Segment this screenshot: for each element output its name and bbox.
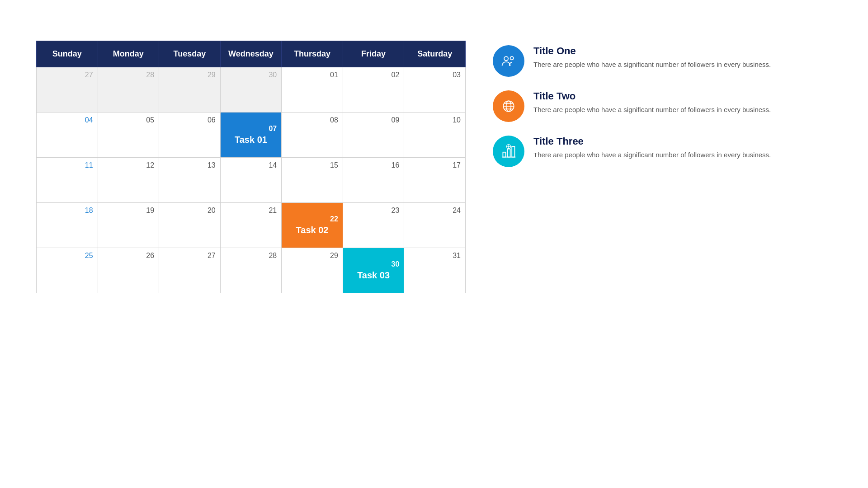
calendar-cell: 05: [98, 113, 159, 158]
svg-point-1: [510, 56, 514, 60]
sidebar-text-2: Title Two There are people who have a si…: [533, 90, 832, 115]
calendar-cell: 30Task 03: [343, 248, 404, 293]
calendar-cell: 29: [159, 67, 221, 113]
task-label: Task 02: [286, 225, 338, 235]
people-icon: [493, 45, 524, 77]
calendar-row: 252627282930Task 0331: [37, 248, 466, 293]
calendar-cell: 28: [98, 67, 159, 113]
calendar-cell: 22Task 02: [282, 203, 343, 248]
task-date: 22: [286, 215, 338, 223]
calendar-cell: 31: [404, 248, 466, 293]
sidebar-item-3: Title Three There are people who have a …: [493, 136, 832, 167]
header-friday: Friday: [343, 41, 404, 67]
calendar-cell: 02: [343, 67, 404, 113]
header-wednesday: Wednesday: [220, 41, 282, 67]
calendar-cell: 30: [220, 67, 282, 113]
calendar-cell: 23: [343, 203, 404, 248]
calendar-table: Sunday Monday Tuesday Wednesday Thursday…: [36, 41, 466, 293]
header-tuesday: Tuesday: [159, 41, 221, 67]
calendar-cell: 16: [343, 158, 404, 203]
content-row: Sunday Monday Tuesday Wednesday Thursday…: [36, 41, 832, 293]
calendar-cell: 21: [220, 203, 282, 248]
calendar-cell: 10: [404, 113, 466, 158]
sidebar-desc-3: There are people who have a significant …: [533, 150, 832, 160]
calendar-cell: 28: [220, 248, 282, 293]
calendar-cell: 19: [98, 203, 159, 248]
calendar-cell: 27: [37, 67, 98, 113]
calendar-cell: 26: [98, 248, 159, 293]
chart-icon: [493, 136, 524, 167]
svg-rect-7: [503, 152, 505, 157]
header-thursday: Thursday: [282, 41, 343, 67]
sidebar-title-2: Title Two: [533, 90, 832, 102]
calendar-header-row: Sunday Monday Tuesday Wednesday Thursday…: [37, 41, 466, 67]
calendar-row: 27282930010203: [37, 67, 466, 113]
sidebar-desc-2: There are people who have a significant …: [533, 105, 832, 115]
calendar-cell: 25: [37, 248, 98, 293]
calendar-cell: 18: [37, 203, 98, 248]
svg-rect-9: [512, 146, 514, 157]
sidebar-title-1: Title One: [533, 45, 832, 57]
calendar-cell: 03: [404, 67, 466, 113]
calendar-cell: 29: [282, 248, 343, 293]
globe-icon: [493, 90, 524, 122]
svg-point-0: [504, 56, 508, 61]
task-label: Task 01: [225, 135, 277, 145]
calendar-row: 04050607Task 01080910: [37, 113, 466, 158]
calendar-cell: 24: [404, 203, 466, 248]
calendar-cell: 12: [98, 158, 159, 203]
task-label: Task 03: [348, 270, 400, 281]
sidebar-desc-1: There are people who have a significant …: [533, 60, 832, 70]
calendar-cell: 06: [159, 113, 221, 158]
calendar-cell: 20: [159, 203, 221, 248]
task-date: 07: [225, 125, 277, 133]
sidebar-title-3: Title Three: [533, 136, 832, 147]
calendar-cell: 08: [282, 113, 343, 158]
sidebar-text-1: Title One There are people who have a si…: [533, 45, 832, 70]
calendar-row: 11121314151617: [37, 158, 466, 203]
calendar-cell: 09: [343, 113, 404, 158]
calendar-cell: 11: [37, 158, 98, 203]
calendar-body: 2728293001020304050607Task 0108091011121…: [37, 67, 466, 293]
page-container: Sunday Monday Tuesday Wednesday Thursday…: [0, 0, 868, 488]
header-sunday: Sunday: [37, 41, 98, 67]
sidebar-item-2: Title Two There are people who have a si…: [493, 90, 832, 122]
calendar-row: 1819202122Task 022324: [37, 203, 466, 248]
calendar-wrapper: Sunday Monday Tuesday Wednesday Thursday…: [36, 41, 466, 293]
calendar-cell: 07Task 01: [220, 113, 282, 158]
sidebar: Title One There are people who have a si…: [493, 41, 832, 167]
calendar-cell: 13: [159, 158, 221, 203]
sidebar-text-3: Title Three There are people who have a …: [533, 136, 832, 160]
calendar-cell: 01: [282, 67, 343, 113]
svg-rect-8: [507, 149, 510, 157]
header-saturday: Saturday: [404, 41, 466, 67]
task-date: 30: [348, 260, 400, 268]
calendar-cell: 04: [37, 113, 98, 158]
sidebar-item-1: Title One There are people who have a si…: [493, 45, 832, 77]
calendar-cell: 27: [159, 248, 221, 293]
calendar-cell: 15: [282, 158, 343, 203]
calendar-cell: 17: [404, 158, 466, 203]
header-monday: Monday: [98, 41, 159, 67]
calendar-cell: 14: [220, 158, 282, 203]
